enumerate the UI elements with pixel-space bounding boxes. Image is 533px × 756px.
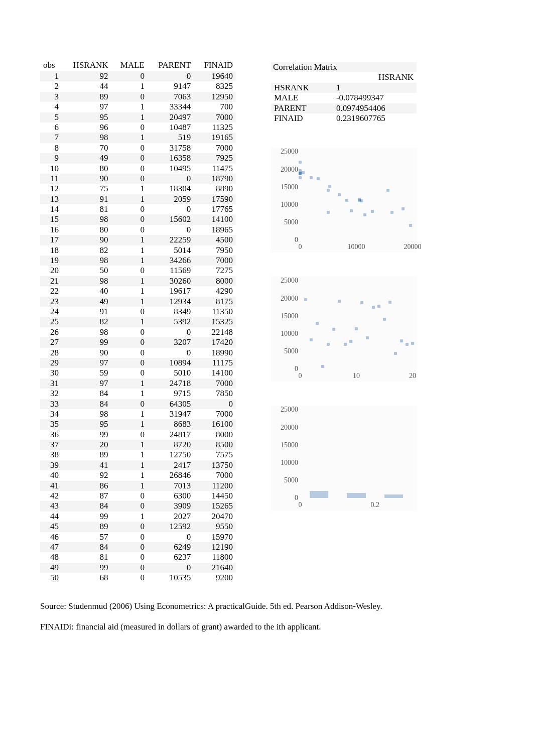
y-tick: 10000 bbox=[271, 330, 298, 338]
corr-value: -0.078499347 bbox=[333, 93, 417, 103]
table-row: 497133344700 bbox=[40, 102, 236, 112]
table-cell: 43 bbox=[40, 501, 62, 511]
table-row: 28900018990 bbox=[40, 348, 236, 358]
table-cell: 0 bbox=[111, 348, 148, 358]
table-cell: 87 bbox=[62, 491, 111, 501]
table-cell: 86 bbox=[62, 481, 111, 491]
table-cell: 18965 bbox=[194, 225, 236, 235]
table-cell: 0 bbox=[111, 143, 148, 153]
data-point bbox=[411, 342, 414, 345]
table-row: 12751183048890 bbox=[40, 184, 236, 194]
table-cell: 0 bbox=[111, 368, 148, 378]
table-row: 798151919165 bbox=[40, 133, 236, 143]
footnotes: Source: Studenmud (2006) Using Econometr… bbox=[40, 599, 493, 634]
table-cell: 10487 bbox=[148, 122, 194, 133]
table-cell: 22259 bbox=[148, 235, 194, 245]
data-table: obs HSRANK MALE PARENT FINAID 1920019640… bbox=[40, 60, 236, 583]
table-cell: 36 bbox=[40, 430, 62, 440]
table-cell: 0 bbox=[111, 552, 148, 562]
data-point bbox=[377, 305, 380, 308]
data-point bbox=[349, 340, 352, 343]
table-cell: 0 bbox=[111, 522, 148, 532]
corr-value: 0.0974954406 bbox=[333, 103, 417, 113]
table-cell: 4290 bbox=[194, 286, 236, 296]
table-row: 11900018790 bbox=[40, 174, 236, 184]
table-cell: 1 bbox=[111, 419, 148, 429]
table-cell: 9550 bbox=[194, 522, 236, 532]
table-cell: 13 bbox=[40, 194, 62, 204]
corr-header: HSRANK bbox=[271, 72, 417, 82]
table-cell: 0 bbox=[111, 174, 148, 184]
data-point bbox=[338, 193, 341, 196]
table-cell: 84 bbox=[62, 542, 111, 552]
table-cell: 30 bbox=[40, 368, 62, 378]
table-cell: 11350 bbox=[194, 307, 236, 317]
data-point bbox=[304, 298, 307, 301]
table-cell: 3 bbox=[40, 92, 62, 102]
y-tick: 25000 bbox=[271, 277, 298, 285]
table-cell: 0 bbox=[111, 573, 148, 583]
table-cell: 7013 bbox=[148, 481, 194, 491]
table-cell: 16100 bbox=[194, 419, 236, 429]
table-cell: 19617 bbox=[148, 286, 194, 296]
table-cell: 7925 bbox=[194, 153, 236, 163]
table-cell: 38 bbox=[40, 450, 62, 460]
data-point bbox=[360, 199, 363, 202]
table-cell: 5 bbox=[40, 112, 62, 122]
table-cell: 12950 bbox=[194, 92, 236, 102]
table-cell: 6300 bbox=[148, 491, 194, 501]
table-cell: 48 bbox=[40, 552, 62, 562]
table-cell: 91 bbox=[62, 307, 111, 317]
corr-label: FINAID bbox=[271, 113, 333, 123]
table-row: 44991202720470 bbox=[40, 512, 236, 522]
table-row: 38891127507575 bbox=[40, 450, 236, 460]
table-row: 50680105359200 bbox=[40, 573, 236, 583]
table-cell: 57 bbox=[62, 532, 111, 542]
table-cell: 99 bbox=[62, 337, 111, 347]
table-cell: 95 bbox=[62, 112, 111, 122]
table-row: 13911205917590 bbox=[40, 194, 236, 204]
table-row: 1920019640 bbox=[40, 71, 236, 81]
table-cell: 11569 bbox=[148, 266, 194, 276]
table-cell: 12750 bbox=[148, 450, 194, 460]
data-point bbox=[302, 171, 305, 174]
table-row: 1882150147950 bbox=[40, 245, 236, 256]
table-cell: 7275 bbox=[194, 266, 236, 276]
table-cell: 18990 bbox=[194, 348, 236, 358]
data-point bbox=[388, 301, 391, 304]
table-cell: 82 bbox=[62, 317, 111, 327]
table-cell: 45 bbox=[40, 522, 62, 532]
table-row: 23491129348175 bbox=[40, 297, 236, 307]
table-cell: 39 bbox=[40, 460, 62, 470]
table-cell: 6 bbox=[40, 122, 62, 133]
table-cell: 26 bbox=[40, 327, 62, 337]
data-point bbox=[386, 189, 389, 192]
table-cell: 0 bbox=[148, 563, 194, 573]
data-point bbox=[366, 336, 369, 339]
data-point bbox=[345, 199, 348, 202]
table-row: 35951868316100 bbox=[40, 419, 236, 429]
data-point bbox=[327, 211, 330, 214]
table-row: 25821539215325 bbox=[40, 317, 236, 327]
table-cell: 92 bbox=[62, 71, 111, 81]
table-cell: 9 bbox=[40, 153, 62, 163]
table-row: 19981342667000 bbox=[40, 256, 236, 266]
scatter-chart-1: 050001000015000200002500001000020000 bbox=[271, 148, 417, 253]
table-cell: 15 bbox=[40, 214, 62, 224]
table-cell: 2417 bbox=[148, 460, 194, 470]
table-cell: 1 bbox=[111, 194, 148, 204]
y-tick: 10000 bbox=[271, 201, 298, 209]
table-cell: 70 bbox=[62, 143, 111, 153]
table-cell: 97 bbox=[62, 379, 111, 389]
table-cell: 26846 bbox=[148, 470, 194, 480]
data-point bbox=[328, 185, 331, 188]
table-cell: 1 bbox=[111, 481, 148, 491]
table-cell: 0 bbox=[111, 307, 148, 317]
x-tick: 0 bbox=[299, 243, 302, 251]
table-cell: 1 bbox=[111, 512, 148, 522]
table-cell: 80 bbox=[62, 225, 111, 235]
table-cell: 2059 bbox=[148, 194, 194, 204]
data-point bbox=[299, 176, 302, 179]
table-cell: 8000 bbox=[194, 430, 236, 440]
table-row: 159801560214100 bbox=[40, 214, 236, 224]
